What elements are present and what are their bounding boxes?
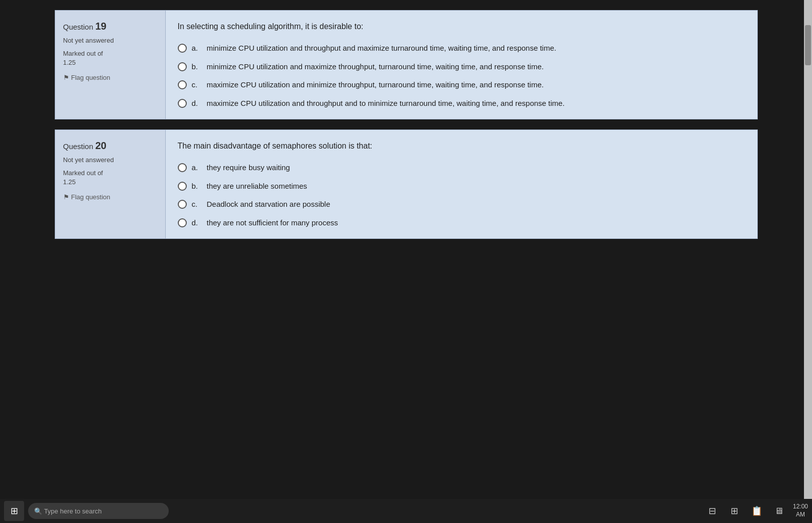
taskbar-icon-4[interactable]: 🖥: [771, 503, 787, 519]
question-19-option-d[interactable]: d. maximize CPU utilization and throughp…: [178, 98, 745, 109]
question-20-option-b[interactable]: b. they are unreliable sometimes: [178, 181, 745, 192]
question-19-block: Question 19 Not yet answered Marked out …: [55, 10, 758, 119]
flag-icon: ⚑: [63, 74, 69, 81]
taskbar: ⊞ 🔍 Type here to search ⊟ ⊞ 📋 🖥 12:00AM: [0, 499, 812, 523]
question-20-number: Question 20: [63, 140, 157, 152]
question-20-text: The main disadvantage of semaphores solu…: [178, 140, 745, 152]
question-20-options: a. they require busy waiting b. they are…: [178, 162, 745, 228]
search-icon: 🔍: [34, 507, 42, 515]
radio-19-c[interactable]: [178, 80, 187, 89]
taskbar-icon-1[interactable]: ⊟: [705, 503, 721, 519]
option-19-a-label: a.: [192, 43, 202, 54]
question-20-block: Question 20 Not yet answered Marked out …: [55, 129, 758, 239]
taskbar-time: 12:00AM: [793, 503, 808, 518]
question-20-content: The main disadvantage of semaphores solu…: [166, 130, 757, 238]
question-20-option-d[interactable]: d. they are not sufficient for many proc…: [178, 217, 745, 229]
question-20-sidebar: Question 20 Not yet answered Marked out …: [55, 130, 166, 238]
question-20-mark: Marked out of1.25: [63, 169, 157, 187]
taskbar-icon-2[interactable]: ⊞: [727, 503, 743, 519]
question-19-option-b[interactable]: b. minimize CPU utilization and maximize…: [178, 61, 745, 73]
option-19-a-text: minimize CPU utilization and throughput …: [207, 43, 556, 54]
option-20-d-label: d.: [192, 217, 202, 229]
flag-label-20: Flag question: [71, 193, 110, 201]
question-19-mark: Marked out of1.25: [63, 49, 157, 67]
radio-19-d[interactable]: [178, 99, 187, 108]
question-20-option-a[interactable]: a. they require busy waiting: [178, 162, 745, 174]
option-19-b-text: minimize CPU utilization and maximize th…: [207, 61, 544, 73]
option-19-d-label: d.: [192, 98, 202, 109]
option-20-b-text: they are unreliable sometimes: [207, 181, 307, 192]
radio-20-c[interactable]: [178, 200, 187, 209]
option-19-d-text: maximize CPU utilization and throughput …: [207, 98, 565, 109]
start-button[interactable]: ⊞: [4, 501, 24, 521]
question-19-option-a[interactable]: a. minimize CPU utilization and throughp…: [178, 43, 745, 54]
taskbar-icon-3[interactable]: 📋: [749, 503, 765, 519]
scrollbar[interactable]: [804, 0, 812, 523]
radio-19-a[interactable]: [178, 44, 187, 53]
option-20-d-text: they are not sufficient for many process: [207, 217, 338, 229]
radio-20-b[interactable]: [178, 182, 187, 191]
question-19-number: Question 19: [63, 21, 157, 32]
flag-icon-20: ⚑: [63, 193, 69, 201]
taskbar-system-icons: ⊟ ⊞ 📋 🖥 12:00AM: [705, 503, 808, 519]
scrollbar-thumb[interactable]: [805, 25, 811, 65]
question-19-text: In selecting a scheduling algorithm, it …: [178, 21, 745, 33]
radio-19-b[interactable]: [178, 62, 187, 71]
option-20-b-label: b.: [192, 181, 202, 192]
search-placeholder: Type here to search: [44, 507, 102, 515]
question-20-option-c[interactable]: c. Deadlock and starvation are possible: [178, 199, 745, 210]
taskbar-search[interactable]: 🔍 Type here to search: [28, 503, 169, 519]
question-19-sidebar: Question 19 Not yet answered Marked out …: [55, 11, 166, 119]
question-19-content: In selecting a scheduling algorithm, it …: [166, 11, 757, 119]
option-20-c-label: c.: [192, 199, 202, 210]
main-content: Question 19 Not yet answered Marked out …: [55, 10, 758, 239]
option-20-a-label: a.: [192, 162, 202, 174]
question-20-status: Not yet answered: [63, 156, 157, 165]
option-19-c-text: maximize CPU utilization and minimize th…: [207, 79, 544, 91]
radio-20-a[interactable]: [178, 163, 187, 172]
option-19-b-label: b.: [192, 61, 202, 73]
question-19-option-c[interactable]: c. maximize CPU utilization and minimize…: [178, 79, 745, 91]
question-19-status: Not yet answered: [63, 36, 157, 45]
option-20-a-text: they require busy waiting: [207, 162, 290, 174]
question-19-options: a. minimize CPU utilization and throughp…: [178, 43, 745, 109]
option-20-c-text: Deadlock and starvation are possible: [207, 199, 330, 210]
question-19-flag[interactable]: ⚑ Flag question: [63, 74, 157, 81]
option-19-c-label: c.: [192, 79, 202, 91]
flag-label: Flag question: [71, 74, 110, 81]
question-20-flag[interactable]: ⚑ Flag question: [63, 193, 157, 201]
radio-20-d[interactable]: [178, 218, 187, 227]
